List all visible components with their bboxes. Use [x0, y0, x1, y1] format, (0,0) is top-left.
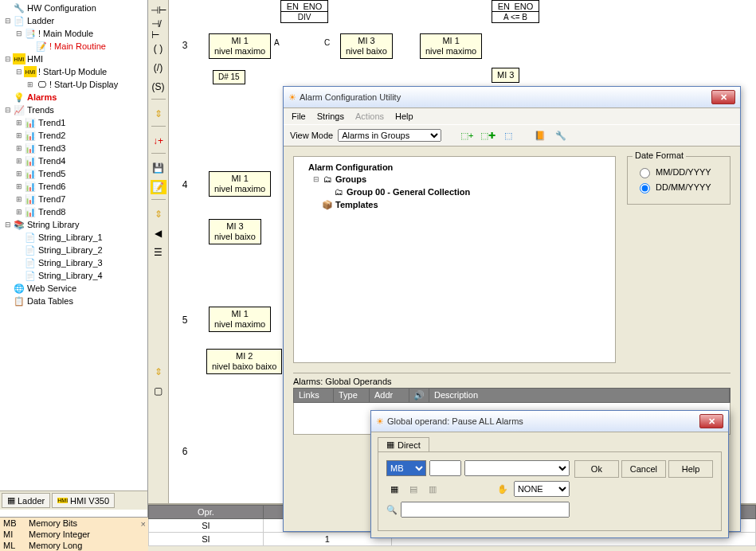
block-d15[interactable]: D# 15	[213, 70, 245, 84]
search-input[interactable]	[401, 502, 570, 518]
tool-resize[interactable]: ⇕	[151, 107, 166, 121]
radio-ddmm-input[interactable]	[640, 183, 650, 193]
tree-string-lib-3[interactable]: 📄String_Library_3	[2, 256, 146, 269]
tree-startup-display[interactable]: ⊞🖵! Start-Up Display	[2, 78, 146, 91]
tool-set[interactable]: (S)	[151, 80, 166, 94]
tool-insert[interactable]: ↓+	[151, 134, 166, 148]
tree-trend3[interactable]: ⊞📊Trend3	[2, 142, 146, 154]
book-icon[interactable]: 📙	[532, 128, 548, 143]
tree-startup-module[interactable]: ⊟HMI! Start-Up Module	[2, 65, 146, 78]
ok-button[interactable]: Ok	[574, 460, 619, 478]
operand-close-button[interactable]: ✕	[699, 414, 723, 428]
tab-ladder[interactable]: ▦Ladder	[2, 493, 50, 508]
alarm-templates[interactable]: 📦Templates	[299, 198, 610, 211]
help-button[interactable]: Help	[668, 460, 713, 478]
block-mi1-a[interactable]: MI 1nivel maximo	[209, 33, 271, 59]
cancel-button[interactable]: Cancel	[621, 460, 666, 478]
tree-string-library[interactable]: ⊟📚String Library	[2, 218, 146, 231]
tree-trends[interactable]: ⊟📈Trends	[2, 104, 146, 116]
tree-trend4[interactable]: ⊞📊Trend4	[2, 154, 146, 167]
col-addr[interactable]: Addr	[370, 389, 409, 402]
viewmode-select[interactable]: Alarms in Groups	[338, 129, 441, 142]
radio-ddmm[interactable]: DD/MM/YYYY	[636, 181, 722, 193]
tool-updown[interactable]: ⇕	[151, 207, 166, 221]
align-left-icon[interactable]: ▤	[405, 482, 421, 496]
radio-mmdd[interactable]: MM/DD/YYYY	[636, 166, 722, 178]
tool-coil[interactable]: ( )	[151, 41, 166, 56]
menu-strings[interactable]: Strings	[317, 111, 344, 121]
bottom-tabs: ▦Ladder HMIHMI V350	[0, 490, 147, 510]
tool-contact[interactable]: ⊣⊢	[151, 3, 166, 18]
operand-desc-select[interactable]	[464, 460, 570, 476]
alarm-tree[interactable]: Alarm Configuration ⊟🗂Groups 🗂Group 00 -…	[293, 156, 616, 363]
tree-ladder[interactable]: ⊟📄Ladder	[2, 14, 146, 27]
tab-direct[interactable]: ▦Direct	[378, 437, 429, 451]
group-add-icon[interactable]: ⬚✚	[480, 128, 496, 143]
tree-string-lib-1[interactable]: 📄String_Library_1	[2, 231, 146, 244]
fb-aleb-label: A <= B	[492, 11, 539, 23]
tree-hmi[interactable]: ⊟HMIHMI	[2, 53, 146, 65]
tool-neg-coil[interactable]: (/)	[151, 61, 166, 75]
menu-file[interactable]: File	[292, 111, 306, 121]
tool-drive[interactable]: 💾	[151, 161, 166, 175]
tool-layers[interactable]: ☰	[151, 245, 166, 260]
tree-trend6[interactable]: ⊞📊Trend6	[2, 180, 146, 193]
trend-icon: 📊	[24, 206, 37, 217]
tool-note[interactable]: 📝	[151, 180, 166, 194]
tool-left[interactable]: ◀	[151, 226, 166, 240]
col-description[interactable]: Description	[429, 389, 730, 402]
tool-nav-down[interactable]: ⇕	[151, 365, 166, 379]
tab-hmi[interactable]: HMIHMI V350	[52, 493, 115, 508]
col-speaker-icon[interactable]: 🔊	[409, 389, 429, 402]
alarm-close-button[interactable]: ✕	[711, 90, 735, 104]
col-links[interactable]: Links	[294, 389, 334, 402]
tree-trend2[interactable]: ⊞📊Trend2	[2, 129, 146, 142]
tree-trend7[interactable]: ⊞📊Trend7	[2, 193, 146, 205]
tree-trend1[interactable]: ⊞📊Trend1	[2, 116, 146, 129]
operand-titlebar[interactable]: ☀ Global operand: Pause ALL Alarms ✕	[371, 411, 728, 432]
menu-help[interactable]: Help	[395, 111, 413, 121]
col-type[interactable]: Type	[334, 389, 370, 402]
project-tree[interactable]: 🔧HW Configuration ⊟📄Ladder ⊟📑! Main Modu…	[0, 0, 147, 490]
block-mi1-input[interactable]: MI 1nivel maximo	[420, 33, 482, 59]
hand-icon[interactable]: ✋	[495, 482, 511, 496]
tree-string-lib-4[interactable]: 📄String_Library_4	[2, 269, 146, 282]
preset-select[interactable]: NONE	[514, 481, 570, 497]
grid-col-opr[interactable]: Opr.	[149, 506, 264, 519]
block-r5-mi2[interactable]: MI 2nivel baixo baixo	[206, 349, 282, 374]
tree-main-module[interactable]: ⊟📑! Main Module	[2, 27, 146, 40]
alarm-titlebar[interactable]: ☀ Alarm Configuration Utility ✕	[284, 87, 740, 108]
block-mi3-c[interactable]: MI 3nivel baixo	[340, 33, 393, 59]
tree-data-tables[interactable]: 📋Data Tables	[2, 295, 146, 307]
trend-icon: 📊	[24, 181, 37, 192]
ladder-tab-icon: ▦	[7, 495, 15, 506]
block-mi3-b[interactable]: MI 3	[492, 68, 519, 83]
tool-box[interactable]: ▢	[151, 384, 166, 398]
tool-neg-contact[interactable]: ⊣/⊢	[151, 22, 166, 37]
tree-trend8[interactable]: ⊞📊Trend8	[2, 205, 146, 218]
grid-icon[interactable]: ▦	[386, 482, 402, 496]
tree-hw-config[interactable]: 🔧HW Configuration	[2, 2, 146, 14]
operand-addr-input[interactable]	[429, 460, 461, 476]
alarm-groups[interactable]: ⊟🗂Groups	[299, 173, 610, 186]
tree-string-lib-2[interactable]: 📄String_Library_2	[2, 244, 146, 256]
radio-mmdd-input[interactable]	[640, 168, 650, 178]
tree-main-routine[interactable]: 📝! Main Routine	[2, 40, 146, 53]
date-format-legend: Date Format	[633, 150, 686, 160]
alarm-group00[interactable]: 🗂Group 00 - General Collection	[299, 186, 610, 198]
block-r4-mi3[interactable]: MI 3nivel baixo	[209, 219, 261, 244]
tree-trend5[interactable]: ⊞📊Trend5	[2, 167, 146, 180]
align-icon[interactable]: ▥	[425, 482, 441, 496]
block-r4-mi1[interactable]: MI 1nivel maximo	[209, 171, 271, 197]
tree-alarms[interactable]: 💡Alarms	[2, 91, 146, 104]
group-icon[interactable]: ⬚	[500, 128, 516, 143]
block-r5-mi1[interactable]: MI 1nivel maximo	[209, 307, 271, 332]
struct-icon[interactable]: 🔧	[553, 128, 569, 143]
legend-mi: MIMemory Integer	[0, 529, 148, 540]
legend-close-icon[interactable]: ×	[141, 519, 146, 529]
alarm-tree-root[interactable]: Alarm Configuration	[299, 162, 610, 173]
add-alarm-icon[interactable]: ⬚+	[459, 128, 475, 143]
menu-actions[interactable]: Actions	[355, 111, 384, 121]
tree-web-service[interactable]: 🌐Web Service	[2, 282, 146, 295]
operand-type-select[interactable]: MB	[386, 460, 426, 476]
